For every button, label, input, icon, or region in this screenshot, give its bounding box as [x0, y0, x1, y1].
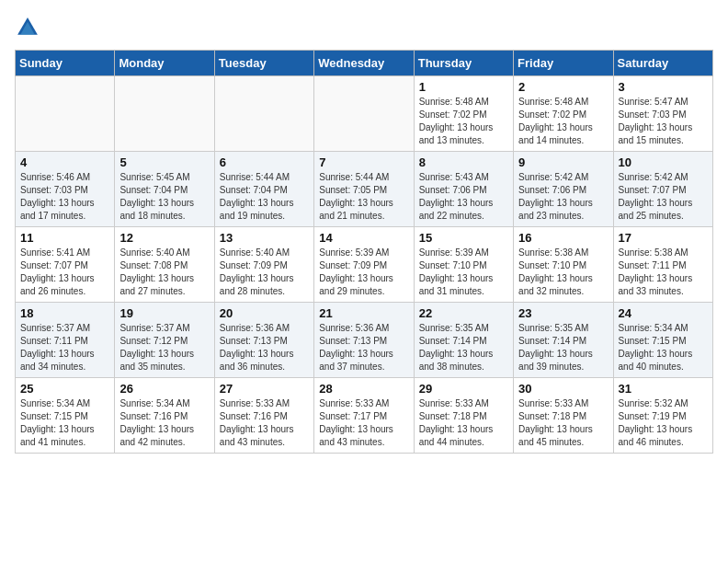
day-info: Sunrise: 5:34 AM Sunset: 7:16 PM Dayligh…	[119, 397, 209, 449]
calendar-day-cell: 2Sunrise: 5:48 AM Sunset: 7:02 PM Daylig…	[514, 76, 613, 152]
calendar-day-cell: 19Sunrise: 5:37 AM Sunset: 7:12 PM Dayli…	[115, 303, 214, 378]
day-number: 15	[419, 231, 508, 245]
day-number: 2	[518, 80, 608, 94]
calendar-day-cell: 14Sunrise: 5:39 AM Sunset: 7:09 PM Dayli…	[314, 227, 414, 303]
day-info: Sunrise: 5:43 AM Sunset: 7:06 PM Dayligh…	[419, 171, 508, 223]
calendar-day-cell: 13Sunrise: 5:40 AM Sunset: 7:09 PM Dayli…	[214, 227, 313, 303]
day-number: 7	[319, 155, 408, 169]
day-header-saturday: Saturday	[613, 51, 712, 76]
day-info: Sunrise: 5:34 AM Sunset: 7:15 PM Dayligh…	[20, 397, 109, 449]
day-info: Sunrise: 5:46 AM Sunset: 7:03 PM Dayligh…	[20, 171, 109, 223]
day-number: 18	[20, 306, 109, 320]
calendar-day-cell: 27Sunrise: 5:33 AM Sunset: 7:16 PM Dayli…	[214, 378, 313, 454]
day-info: Sunrise: 5:35 AM Sunset: 7:14 PM Dayligh…	[518, 322, 608, 373]
day-header-monday: Monday	[115, 51, 214, 76]
calendar-day-cell: 29Sunrise: 5:33 AM Sunset: 7:18 PM Dayli…	[414, 378, 513, 454]
day-header-friday: Friday	[514, 51, 613, 76]
day-header-sunday: Sunday	[16, 51, 115, 76]
calendar-day-cell: 22Sunrise: 5:35 AM Sunset: 7:14 PM Dayli…	[414, 303, 513, 378]
calendar-week-row: 18Sunrise: 5:37 AM Sunset: 7:11 PM Dayli…	[16, 303, 713, 378]
day-info: Sunrise: 5:38 AM Sunset: 7:11 PM Dayligh…	[619, 247, 708, 298]
day-number: 31	[619, 382, 708, 396]
calendar-table: SundayMondayTuesdayWednesdayThursdayFrid…	[15, 50, 713, 454]
day-info: Sunrise: 5:36 AM Sunset: 7:13 PM Dayligh…	[319, 322, 408, 373]
day-number: 5	[119, 155, 209, 169]
day-info: Sunrise: 5:33 AM Sunset: 7:18 PM Dayligh…	[419, 397, 508, 449]
calendar-day-cell: 18Sunrise: 5:37 AM Sunset: 7:11 PM Dayli…	[16, 303, 115, 378]
day-info: Sunrise: 5:37 AM Sunset: 7:11 PM Dayligh…	[20, 322, 109, 373]
day-number: 11	[20, 231, 109, 245]
day-info: Sunrise: 5:37 AM Sunset: 7:12 PM Dayligh…	[119, 322, 209, 373]
day-number: 3	[619, 80, 708, 94]
day-number: 28	[319, 382, 408, 396]
day-info: Sunrise: 5:33 AM Sunset: 7:18 PM Dayligh…	[518, 397, 608, 449]
day-number: 16	[518, 231, 608, 245]
empty-cell	[214, 76, 313, 152]
day-info: Sunrise: 5:35 AM Sunset: 7:14 PM Dayligh…	[419, 322, 508, 373]
day-info: Sunrise: 5:42 AM Sunset: 7:07 PM Dayligh…	[619, 171, 708, 223]
calendar-day-cell: 1Sunrise: 5:48 AM Sunset: 7:02 PM Daylig…	[414, 76, 513, 152]
day-header-tuesday: Tuesday	[214, 51, 313, 76]
calendar-day-cell: 9Sunrise: 5:42 AM Sunset: 7:06 PM Daylig…	[514, 152, 613, 227]
calendar-day-cell: 31Sunrise: 5:32 AM Sunset: 7:19 PM Dayli…	[613, 378, 712, 454]
calendar-day-cell: 15Sunrise: 5:39 AM Sunset: 7:10 PM Dayli…	[414, 227, 513, 303]
calendar-day-cell: 20Sunrise: 5:36 AM Sunset: 7:13 PM Dayli…	[214, 303, 313, 378]
day-info: Sunrise: 5:38 AM Sunset: 7:10 PM Dayligh…	[518, 247, 608, 298]
calendar-week-row: 4Sunrise: 5:46 AM Sunset: 7:03 PM Daylig…	[16, 152, 713, 227]
day-number: 13	[220, 231, 309, 245]
day-number: 30	[518, 382, 608, 396]
day-number: 20	[220, 306, 309, 320]
day-number: 1	[419, 80, 508, 94]
day-info: Sunrise: 5:44 AM Sunset: 7:04 PM Dayligh…	[220, 171, 309, 223]
day-number: 19	[119, 306, 209, 320]
page-header	[15, 15, 713, 40]
day-info: Sunrise: 5:39 AM Sunset: 7:10 PM Dayligh…	[419, 247, 508, 298]
logo-icon	[15, 15, 40, 40]
calendar-header-row: SundayMondayTuesdayWednesdayThursdayFrid…	[16, 51, 713, 76]
day-number: 4	[20, 155, 109, 169]
day-info: Sunrise: 5:36 AM Sunset: 7:13 PM Dayligh…	[220, 322, 309, 373]
calendar-day-cell: 24Sunrise: 5:34 AM Sunset: 7:15 PM Dayli…	[613, 303, 712, 378]
day-info: Sunrise: 5:44 AM Sunset: 7:05 PM Dayligh…	[319, 171, 408, 223]
day-number: 29	[419, 382, 508, 396]
day-info: Sunrise: 5:40 AM Sunset: 7:08 PM Dayligh…	[119, 247, 209, 298]
day-info: Sunrise: 5:33 AM Sunset: 7:17 PM Dayligh…	[319, 397, 408, 449]
empty-cell	[314, 76, 414, 152]
calendar-day-cell: 17Sunrise: 5:38 AM Sunset: 7:11 PM Dayli…	[613, 227, 712, 303]
day-number: 6	[220, 155, 309, 169]
day-number: 14	[319, 231, 408, 245]
day-number: 12	[119, 231, 209, 245]
calendar-week-row: 1Sunrise: 5:48 AM Sunset: 7:02 PM Daylig…	[16, 76, 713, 152]
day-number: 9	[518, 155, 608, 169]
day-info: Sunrise: 5:39 AM Sunset: 7:09 PM Dayligh…	[319, 247, 408, 298]
day-info: Sunrise: 5:45 AM Sunset: 7:04 PM Dayligh…	[119, 171, 209, 223]
calendar-day-cell: 8Sunrise: 5:43 AM Sunset: 7:06 PM Daylig…	[414, 152, 513, 227]
calendar-day-cell: 11Sunrise: 5:41 AM Sunset: 7:07 PM Dayli…	[16, 227, 115, 303]
day-info: Sunrise: 5:33 AM Sunset: 7:16 PM Dayligh…	[220, 397, 309, 449]
day-info: Sunrise: 5:48 AM Sunset: 7:02 PM Dayligh…	[518, 96, 608, 147]
day-number: 27	[220, 382, 309, 396]
day-number: 26	[119, 382, 209, 396]
day-info: Sunrise: 5:34 AM Sunset: 7:15 PM Dayligh…	[619, 322, 708, 373]
calendar-day-cell: 7Sunrise: 5:44 AM Sunset: 7:05 PM Daylig…	[314, 152, 414, 227]
day-info: Sunrise: 5:41 AM Sunset: 7:07 PM Dayligh…	[20, 247, 109, 298]
day-info: Sunrise: 5:42 AM Sunset: 7:06 PM Dayligh…	[518, 171, 608, 223]
calendar-day-cell: 30Sunrise: 5:33 AM Sunset: 7:18 PM Dayli…	[514, 378, 613, 454]
calendar-week-row: 11Sunrise: 5:41 AM Sunset: 7:07 PM Dayli…	[16, 227, 713, 303]
calendar-day-cell: 21Sunrise: 5:36 AM Sunset: 7:13 PM Dayli…	[314, 303, 414, 378]
day-info: Sunrise: 5:47 AM Sunset: 7:03 PM Dayligh…	[619, 96, 708, 147]
calendar-day-cell: 26Sunrise: 5:34 AM Sunset: 7:16 PM Dayli…	[115, 378, 214, 454]
day-info: Sunrise: 5:48 AM Sunset: 7:02 PM Dayligh…	[419, 96, 508, 147]
calendar-week-row: 25Sunrise: 5:34 AM Sunset: 7:15 PM Dayli…	[16, 378, 713, 454]
day-number: 23	[518, 306, 608, 320]
calendar-day-cell: 12Sunrise: 5:40 AM Sunset: 7:08 PM Dayli…	[115, 227, 214, 303]
day-number: 22	[419, 306, 508, 320]
day-number: 24	[619, 306, 708, 320]
day-header-wednesday: Wednesday	[314, 51, 414, 76]
empty-cell	[115, 76, 214, 152]
day-number: 10	[619, 155, 708, 169]
calendar-day-cell: 6Sunrise: 5:44 AM Sunset: 7:04 PM Daylig…	[214, 152, 313, 227]
day-info: Sunrise: 5:40 AM Sunset: 7:09 PM Dayligh…	[220, 247, 309, 298]
empty-cell	[16, 76, 115, 152]
logo	[15, 15, 44, 40]
